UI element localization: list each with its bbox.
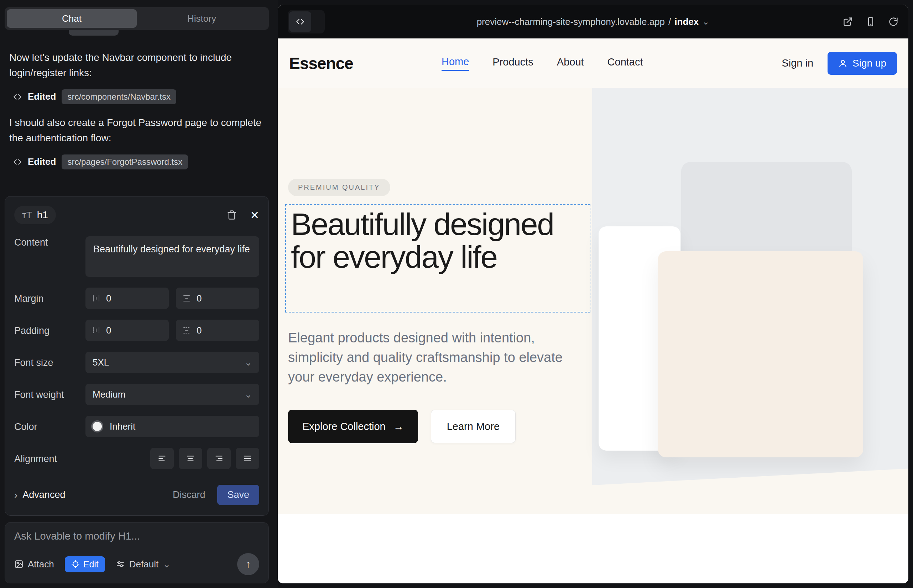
code-icon[interactable] — [289, 11, 311, 32]
code-icon — [13, 92, 22, 102]
hero-heading[interactable]: Beautifully designed for everyday life — [286, 205, 590, 276]
padding-x-icon — [92, 326, 100, 334]
refresh-button[interactable] — [889, 17, 898, 27]
font-weight-select[interactable]: Medium ⌄ — [86, 384, 259, 405]
sidebar-tabbar: Chat History — [5, 7, 269, 30]
margin-x-icon — [92, 294, 100, 302]
sliders-icon — [116, 559, 125, 569]
builder-sidebar: Chat History Now let's update the Navbar… — [0, 0, 278, 588]
user-icon — [838, 59, 847, 68]
mobile-view-button[interactable] — [866, 17, 876, 27]
send-button[interactable]: ↑ — [237, 553, 259, 575]
toggle-spacer — [311, 11, 323, 32]
element-editor-panel: тT h1 ✕ Content Beautifully designed for… — [5, 196, 269, 516]
edited-label: Edited — [28, 156, 56, 167]
prompt-input[interactable] — [14, 530, 259, 546]
learn-more-button[interactable]: Learn More — [431, 410, 516, 443]
chat-log: Now let's update the Navbar component to… — [9, 50, 269, 180]
code-icon — [13, 157, 22, 166]
file-chip[interactable]: src/components/Navbar.tsx — [62, 89, 176, 104]
close-panel-button[interactable]: ✕ — [250, 209, 259, 221]
arrow-right-icon: → — [393, 421, 404, 433]
file-chip[interactable]: src/pages/ForgotPassword.tsx — [62, 155, 188, 170]
color-picker[interactable]: Inherit — [86, 416, 259, 437]
nav-products[interactable]: Products — [492, 56, 533, 70]
alignment-label: Alignment — [14, 453, 86, 465]
nav-about[interactable]: About — [557, 56, 584, 70]
sign-up-button[interactable]: Sign up — [827, 52, 897, 75]
sign-in-link[interactable]: Sign in — [782, 57, 813, 69]
nav-contact[interactable]: Contact — [607, 56, 643, 70]
margin-y-icon — [182, 294, 191, 302]
align-left-button[interactable] — [150, 448, 174, 469]
preview-url[interactable]: preview--charming-site-symphony.lovable.… — [477, 16, 710, 27]
padding-y-icon — [182, 326, 191, 334]
edited-file-row[interactable]: Edited src/pages/ForgotPassword.tsx — [13, 155, 269, 170]
margin-label: Margin — [14, 292, 86, 304]
attach-button[interactable]: Attach — [14, 559, 54, 570]
hero-paragraph: Elegant products designed with intention… — [288, 328, 576, 387]
below-hero-section — [278, 514, 908, 583]
site-logo[interactable]: Essence — [289, 54, 353, 73]
chevron-down-icon: ⌄ — [244, 389, 252, 400]
selected-element-pill: тT h1 — [14, 206, 56, 224]
margin-y-input[interactable]: 0 — [176, 288, 259, 309]
tab-history[interactable]: History — [137, 9, 267, 28]
site-nav: Home Products About Contact — [442, 56, 643, 71]
margin-x-input[interactable]: 0 — [86, 288, 169, 309]
nav-home[interactable]: Home — [442, 56, 469, 71]
font-size-select[interactable]: 5XL ⌄ — [86, 352, 259, 373]
typography-icon: тT — [22, 210, 32, 221]
save-button[interactable]: Save — [217, 485, 259, 505]
chat-message: I should also create a Forgot Password p… — [9, 115, 269, 146]
open-external-button[interactable] — [843, 17, 853, 27]
padding-y-input[interactable]: 0 — [176, 320, 259, 341]
chevron-right-icon: › — [14, 489, 18, 501]
delete-element-button[interactable] — [227, 210, 237, 220]
site-viewport: Essence Home Products About Contact Sign… — [278, 39, 908, 583]
content-textarea[interactable]: Beautifully designed for everyday life — [86, 236, 259, 277]
edited-file-row[interactable]: Edited src/components/Navbar.tsx — [13, 89, 269, 104]
preview-chrome-bar: preview--charming-site-symphony.lovable.… — [278, 5, 908, 39]
font-weight-label: Font weight — [14, 389, 86, 401]
content-label: Content — [14, 236, 86, 248]
discard-button[interactable]: Discard — [173, 489, 206, 501]
site-navbar: Essence Home Products About Contact Sign… — [278, 39, 908, 88]
tab-chat[interactable]: Chat — [7, 9, 137, 28]
chevron-down-icon: ⌄ — [702, 17, 709, 27]
chat-message: Now let's update the Navbar component to… — [9, 50, 269, 81]
code-view-toggle[interactable] — [288, 10, 325, 34]
preview-pane: preview--charming-site-symphony.lovable.… — [278, 5, 908, 583]
explore-collection-button[interactable]: Explore Collection → — [288, 410, 418, 443]
font-size-label: Font size — [14, 357, 86, 368]
chevron-down-icon: ⌄ — [244, 357, 252, 368]
padding-label: Padding — [14, 325, 86, 336]
padding-x-input[interactable]: 0 — [86, 320, 169, 341]
hero-section: PREMIUM QUALITY Beautifully designed for… — [278, 88, 908, 514]
image-icon — [14, 559, 24, 569]
prompt-composer: Attach Edit Default ⌄ ↑ — [5, 522, 269, 583]
align-center-button[interactable] — [179, 448, 202, 469]
advanced-toggle[interactable]: › Advanced — [14, 489, 65, 501]
align-right-button[interactable] — [207, 448, 231, 469]
align-justify-button[interactable] — [236, 448, 259, 469]
target-icon — [71, 560, 80, 569]
chevron-down-icon: ⌄ — [163, 559, 170, 570]
selected-element-tag: h1 — [37, 209, 48, 221]
edit-mode-button[interactable]: Edit — [65, 556, 105, 572]
hero-decor-beige-card — [658, 251, 863, 457]
model-default-selector[interactable]: Default ⌄ — [116, 559, 170, 570]
color-label: Color — [14, 421, 86, 433]
edited-label: Edited — [28, 91, 56, 102]
h1-selection-outline[interactable]: Beautifully designed for everyday life — [285, 204, 590, 312]
color-swatch — [91, 420, 103, 433]
premium-quality-badge: PREMIUM QUALITY — [288, 179, 390, 196]
arrow-up-icon: ↑ — [246, 558, 251, 570]
